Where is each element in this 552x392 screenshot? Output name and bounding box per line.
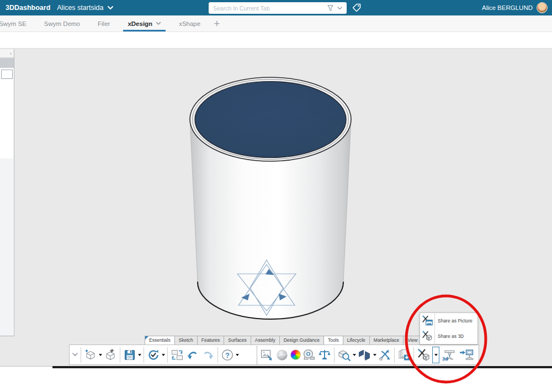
panel-collapse-button[interactable]: ‹ <box>0 49 14 58</box>
ribbon-tab-assembly[interactable]: Assembly <box>251 336 280 345</box>
divider <box>334 347 335 363</box>
ribbon-tab-surfaces[interactable]: Surfaces <box>224 336 251 345</box>
dashboard-context[interactable]: Alices startsida <box>57 4 103 12</box>
ribbon-tab-sketch[interactable]: Sketch <box>175 336 198 345</box>
dropdown-arrow <box>99 354 102 356</box>
app-window: 3DDashboard Alices startsida Alice BERGL… <box>0 0 552 392</box>
dropdown-arrow <box>353 354 356 356</box>
weigh-scale-button[interactable] <box>317 346 332 364</box>
top-bar: 3DDashboard Alices startsida Alice BERGL… <box>0 0 552 15</box>
3d-viewport[interactable]: ‹ Essentials Sketch Features Surfaces As… <box>0 48 552 366</box>
open-part-button[interactable] <box>103 346 118 364</box>
group-divider <box>257 346 257 364</box>
divider <box>81 347 81 363</box>
search-filter-funnel-icon[interactable] <box>327 4 334 12</box>
new-part-button[interactable] <box>83 346 103 364</box>
dropdown-arrow <box>373 354 376 356</box>
material-sphere-button[interactable] <box>274 346 290 364</box>
panel-header-strip <box>0 58 14 68</box>
undo-button[interactable] <box>185 346 200 364</box>
add-tab-button[interactable]: + <box>209 15 224 31</box>
color-wheel-button[interactable] <box>290 346 301 364</box>
svg-text:3d: 3d <box>442 356 448 361</box>
cup-model <box>190 77 351 319</box>
action-bar: ? <box>69 345 479 365</box>
share-dropdown-button[interactable] <box>432 347 439 363</box>
batch-transfer-button[interactable] <box>169 346 185 364</box>
cnc-export-button[interactable] <box>458 346 477 364</box>
collapse-chevron-icon[interactable] <box>71 346 79 364</box>
print-3d-button[interactable]: 3d <box>440 346 458 364</box>
ribbon-tab-marketplace[interactable]: Marketplace <box>370 336 404 345</box>
measure-button[interactable] <box>301 346 317 364</box>
tab-xshape[interactable]: xShape <box>170 15 209 31</box>
share-as-3d-icon <box>420 329 435 344</box>
user-name: Alice BERGLUND <box>482 4 533 11</box>
menu-item-label: Share as 3D <box>435 333 464 339</box>
corner-fold <box>145 336 148 340</box>
brand-title: 3DDashboard <box>6 4 50 12</box>
ribbon-tab-lifecycle[interactable]: Lifecycle <box>343 336 370 345</box>
help-button[interactable]: ? <box>220 346 240 364</box>
panel-search-input[interactable] <box>1 70 13 79</box>
move-arrows-button[interactable] <box>377 346 392 364</box>
share-as-picture-icon <box>420 313 435 329</box>
panel-tree-area[interactable] <box>0 81 14 157</box>
divider <box>144 347 144 363</box>
tab-chevron-down-icon <box>156 22 161 25</box>
window-bottom-edge-left <box>0 366 52 367</box>
search-box[interactable] <box>209 2 347 14</box>
divider <box>120 347 120 363</box>
design-tree-panel[interactable]: ‹ <box>0 49 14 336</box>
dropdown-arrow <box>236 354 239 356</box>
tab-xdesign[interactable]: xDesign <box>119 15 170 31</box>
tag-icon[interactable] <box>351 2 362 13</box>
divider <box>217 347 218 363</box>
redo-button[interactable] <box>200 346 216 364</box>
ribbon-tab-features[interactable]: Features <box>198 336 225 345</box>
tab-swym-demo[interactable]: Swym Demo <box>35 15 89 31</box>
ribbon-tab-tools[interactable]: Tools <box>324 336 343 345</box>
page-background <box>0 368 552 392</box>
save-button[interactable] <box>122 346 142 364</box>
ribbon-tab-design-guidance[interactable]: Design Guidance <box>280 336 324 345</box>
avatar[interactable] <box>537 2 548 13</box>
action-bar-tabs: Essentials Sketch Features Surfaces Asse… <box>145 336 422 345</box>
ribbon-tab-essentials[interactable]: Essentials <box>145 336 175 345</box>
dropdown-arrow <box>138 354 141 356</box>
tab-swym-se[interactable]: Swym SE <box>0 15 35 31</box>
divider <box>167 347 168 363</box>
dropdown-arrow <box>162 354 165 356</box>
tab-filer[interactable]: Filer <box>89 15 119 31</box>
menu-item-label: Share as Picture <box>435 318 473 324</box>
search-input[interactable] <box>209 5 327 12</box>
sync-check-button[interactable] <box>146 346 166 364</box>
divider <box>413 347 414 363</box>
section-view-button[interactable] <box>357 346 377 364</box>
search-chevron-down-icon[interactable] <box>337 6 343 10</box>
export-stack-button[interactable] <box>396 346 412 364</box>
dashboard-tab-bar: Swym SE Swym Demo Filer xDesign xShape + <box>0 15 552 32</box>
header-spacer <box>0 33 552 48</box>
zoom-cube-button[interactable] <box>336 346 357 364</box>
svg-text:?: ? <box>225 351 230 359</box>
divider <box>394 347 395 363</box>
menu-item-share-as-picture[interactable]: Share as Picture <box>420 313 477 329</box>
menu-item-share-as-3d[interactable]: Share as 3D <box>420 329 477 344</box>
user-menu[interactable]: Alice BERGLUND <box>482 0 548 15</box>
export-image-button[interactable] <box>259 346 274 364</box>
color-wheel-icon <box>290 349 301 360</box>
share-button[interactable] <box>416 346 431 364</box>
dropdown-arrow <box>434 354 438 356</box>
share-flyout-menu: Share as Picture Share as 3D <box>420 312 478 345</box>
panel-lower-area <box>0 158 13 336</box>
context-chevron-down-icon[interactable] <box>107 6 114 10</box>
